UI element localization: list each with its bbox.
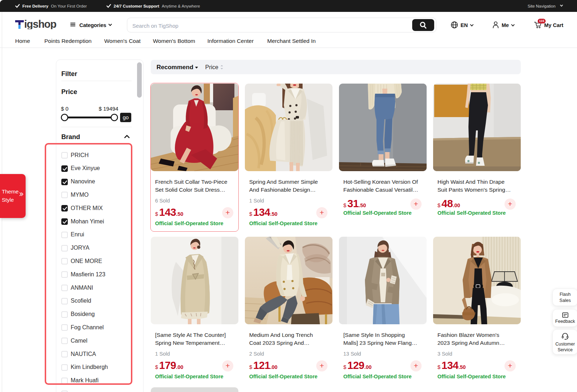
svg-text:igshop: igshop	[24, 18, 56, 29]
